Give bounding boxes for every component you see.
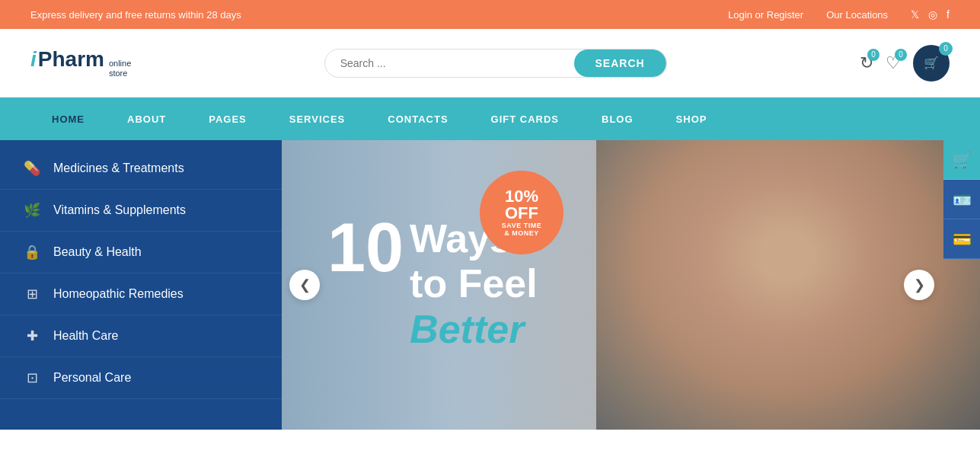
sidebar-item-healthcare[interactable]: ✚ Health Care bbox=[0, 315, 282, 357]
sidebar-label-vitamins: Vitamins & Supplements bbox=[53, 203, 186, 217]
top-bar-right: Login or Register Our Locations 𝕏 ◎ f bbox=[728, 8, 950, 21]
locations-link[interactable]: Our Locations bbox=[826, 9, 888, 21]
sidebar-item-personal[interactable]: ⊡ Personal Care bbox=[0, 357, 282, 399]
sidebar-label-homeopathic: Homeopathic Remedies bbox=[53, 287, 184, 301]
refresh-button[interactable]: ↻ 0 bbox=[860, 53, 873, 73]
facebook-icon[interactable]: f bbox=[946, 8, 950, 21]
heart-badge: 0 bbox=[895, 49, 907, 61]
discount-badge: 10% OFF SAVE TIME & MONEY bbox=[480, 171, 563, 254]
prev-arrow-button[interactable]: ❮ bbox=[289, 270, 320, 300]
top-bar: Express delivery and free returns within… bbox=[0, 0, 980, 29]
nav-gift-cards[interactable]: GIFT CARDS bbox=[470, 98, 580, 140]
sidebar-item-beauty[interactable]: 🔒 Beauty & Health bbox=[0, 232, 282, 273]
sidebar-item-vitamins[interactable]: 🌿 Vitamins & Supplements bbox=[0, 190, 282, 232]
search-button[interactable]: SEARCH bbox=[574, 50, 666, 77]
badge-save: SAVE TIME bbox=[502, 222, 541, 229]
nav-contacts[interactable]: CONTACTS bbox=[366, 98, 469, 140]
hero-to: to Feel bbox=[410, 261, 538, 307]
search-bar: SEARCH bbox=[324, 49, 667, 78]
next-arrow-button[interactable]: ❯ bbox=[904, 270, 934, 300]
delivery-text: Express delivery and free returns within… bbox=[30, 9, 241, 21]
logo[interactable]: i Pharm online store bbox=[30, 47, 131, 78]
cart-badge: 0 bbox=[939, 42, 953, 56]
sidebar-label-medicines: Medicines & Treatments bbox=[53, 161, 184, 175]
medicines-icon: 💊 bbox=[23, 160, 41, 177]
sidebar-label-healthcare: Health Care bbox=[53, 329, 118, 343]
left-chevron-icon: ❮ bbox=[299, 277, 311, 293]
sidebar-item-medicines[interactable]: 💊 Medicines & Treatments bbox=[0, 148, 282, 190]
nav-services[interactable]: SERVICES bbox=[268, 98, 367, 140]
search-input[interactable] bbox=[325, 50, 574, 77]
nav-home[interactable]: HOME bbox=[30, 98, 106, 140]
social-icons: 𝕏 ◎ f bbox=[911, 8, 950, 21]
hero-number: 10 bbox=[327, 217, 404, 279]
hero-banner: 10% OFF SAVE TIME & MONEY 10 Ways to Fee… bbox=[282, 140, 980, 430]
header: i Pharm online store SEARCH ↻ 0 ♡ 0 🛒 0 bbox=[0, 29, 980, 98]
hero-better: Better bbox=[410, 307, 538, 353]
logo-sub: online store bbox=[109, 59, 131, 78]
wishlist-button[interactable]: ♡ 0 bbox=[886, 53, 901, 73]
side-id-button[interactable]: 🪪 bbox=[943, 180, 980, 219]
badge-off: OFF bbox=[505, 205, 538, 222]
register-link[interactable]: Register bbox=[767, 9, 803, 21]
vitamins-icon: 🌿 bbox=[23, 202, 41, 219]
refresh-badge: 0 bbox=[867, 49, 879, 61]
nav-blog[interactable]: BLOG bbox=[580, 98, 655, 140]
login-link[interactable]: Login bbox=[728, 9, 752, 21]
healthcare-icon: ✚ bbox=[23, 328, 41, 344]
homeopathic-icon: ⊞ bbox=[23, 286, 41, 302]
main-content: 💊 Medicines & Treatments 🌿 Vitamins & Su… bbox=[0, 140, 980, 430]
side-wallet-button[interactable]: 💳 bbox=[943, 219, 980, 259]
side-floating-buttons: 🛒 🪪 💳 bbox=[943, 140, 980, 259]
nav-shop[interactable]: SHOP bbox=[655, 98, 729, 140]
sidebar: 💊 Medicines & Treatments 🌿 Vitamins & Su… bbox=[0, 140, 282, 430]
side-cart-button[interactable]: 🛒 bbox=[943, 140, 980, 180]
cart-button[interactable]: 🛒 0 bbox=[913, 45, 950, 82]
logo-i: i bbox=[30, 47, 37, 72]
login-register: Login or Register bbox=[728, 9, 803, 21]
personal-icon: ⊡ bbox=[23, 369, 41, 386]
badge-money: & MONEY bbox=[504, 229, 539, 237]
beauty-icon: 🔒 bbox=[23, 244, 41, 261]
nav-pages[interactable]: PAGES bbox=[187, 98, 268, 140]
sidebar-label-beauty: Beauty & Health bbox=[53, 245, 142, 259]
sidebar-item-homeopathic[interactable]: ⊞ Homeopathic Remedies bbox=[0, 273, 282, 315]
right-chevron-icon: ❯ bbox=[914, 277, 925, 293]
header-icons: ↻ 0 ♡ 0 🛒 0 bbox=[860, 45, 950, 82]
nav-about[interactable]: ABOUT bbox=[106, 98, 187, 140]
logo-pharm: Pharm bbox=[38, 47, 104, 72]
badge-number: 10% bbox=[505, 188, 538, 205]
instagram-icon[interactable]: ◎ bbox=[928, 8, 937, 21]
sidebar-label-personal: Personal Care bbox=[53, 371, 131, 385]
navigation: HOME ABOUT PAGES SERVICES CONTACTS GIFT … bbox=[0, 98, 980, 140]
twitter-icon[interactable]: 𝕏 bbox=[911, 8, 919, 21]
